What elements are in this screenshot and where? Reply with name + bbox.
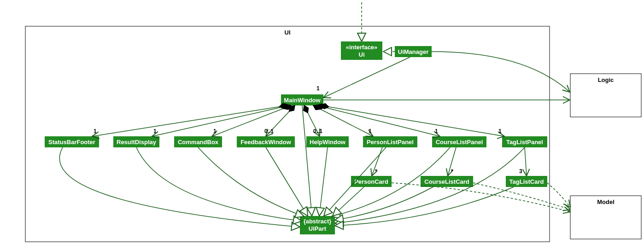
edge-help-uipart	[319, 147, 328, 216]
edge-mw-uipart	[302, 105, 312, 216]
edge-uimanager-logic	[432, 52, 570, 92]
package-logic-label: Logic	[598, 76, 614, 83]
uml-diagram: UI Logic Model «interface» Ui UiManager …	[0, 0, 644, 245]
class-personlistpanel-label: PersonListPanel	[367, 139, 414, 146]
mult-mw-help: 0..1	[313, 128, 322, 134]
class-taglistpanel-label: TagListPanel	[506, 139, 543, 146]
edge-mw-statusbar	[92, 105, 287, 136]
class-courselistpanel-label: CourseListPanel	[436, 139, 483, 146]
mult-mw-courselist: 1	[435, 128, 438, 134]
class-uipart-line2: UiPart	[309, 225, 327, 232]
class-helpwindow-label: HelpWindow	[310, 139, 346, 146]
edge-mw-taglist	[321, 105, 504, 136]
class-ui-line1: «interface»	[346, 44, 378, 51]
edge-resultdisplay-uipart	[136, 147, 302, 221]
class-taglistcard-label: TagListCard	[509, 178, 544, 185]
edge-taglist-tagcard	[525, 147, 527, 176]
edge-personcard-model	[392, 183, 570, 212]
package-ui-label: UI	[285, 29, 291, 36]
mult-coursecard: *	[451, 168, 453, 175]
edge-feedback-uipart	[266, 147, 308, 216]
class-statusbarfooter-label: StatusBarFooter	[48, 139, 95, 146]
package-ui	[25, 26, 550, 242]
mult-mw-feedback: 0..1	[264, 128, 274, 134]
class-feedbackwindow-label: FeedbackWindow	[240, 139, 292, 146]
mult-tagcard: 3	[519, 168, 522, 175]
class-commandbox-label: CommandBox	[178, 139, 219, 146]
class-mainwindow-label: MainWindow	[284, 97, 321, 104]
package-model-label: Model	[597, 198, 615, 205]
class-courselistcard-label: CourseListCard	[424, 178, 469, 185]
mult-mw-taglist: 1	[498, 128, 502, 134]
mult-mw-commandbox: 1	[213, 128, 217, 134]
edge-coursecard-uipart	[335, 187, 433, 220]
mult-mw-statusbar: 1	[94, 128, 97, 134]
class-uimanager-label: UiManager	[398, 48, 428, 55]
mult-um-mw: 1	[316, 85, 320, 92]
edge-uimanager-mainwindow	[323, 57, 410, 98]
mult-mw-resultdisplay: 1	[153, 128, 157, 134]
class-personcard-label: PersonCard	[354, 178, 388, 185]
class-uipart-line1: {abstract}	[304, 218, 332, 225]
edge-commandbox-uipart	[198, 147, 304, 216]
edge-mw-commandbox	[212, 105, 291, 136]
class-resultdisplay-label: ResultDisplay	[117, 139, 157, 146]
class-ui-line2: Ui	[359, 51, 365, 58]
mult-mw-personlist: 1	[369, 128, 372, 134]
edge-mw-courselist	[317, 105, 440, 136]
mult-personcard: *	[375, 168, 377, 175]
